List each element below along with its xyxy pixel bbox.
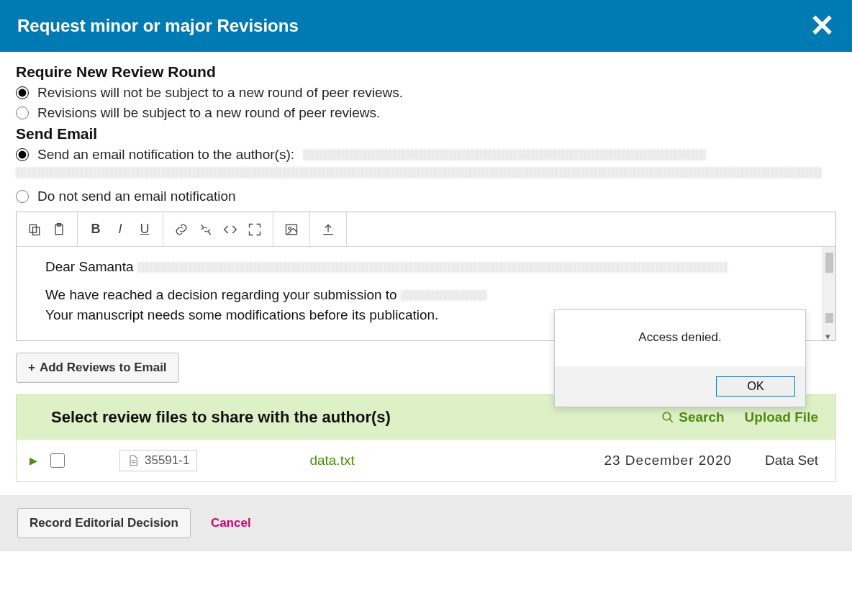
copy-icon[interactable] [22,217,47,242]
svg-line-5 [208,232,210,234]
radio-new-round-label: Revisions will be subject to a new round… [37,105,380,121]
svg-point-7 [289,227,291,229]
upload-file-link[interactable]: Upload File [745,409,818,425]
underline-icon[interactable]: U [132,217,157,242]
file-row: ▶ 35591-1 data.txt 23 December 2020 Data… [17,440,835,481]
expand-icon[interactable]: ▶ [30,455,37,466]
file-id: 35591-1 [145,453,189,468]
fullscreen-icon[interactable] [243,217,267,242]
radio-new-round-input[interactable] [16,107,29,119]
file-type: Data Set [765,453,818,468]
editor-scrollbar[interactable] [822,247,835,340]
upload-icon[interactable] [316,217,340,242]
file-name-link[interactable]: data.txt [309,453,354,468]
unlink-icon[interactable] [194,217,218,242]
image-icon[interactable] [279,217,304,242]
close-icon[interactable]: ✕ [810,11,835,41]
send-email-heading: Send Email [16,125,836,142]
editor-toolbar: B I U [17,212,835,247]
svg-line-4 [201,225,203,227]
file-checkbox[interactable] [50,453,65,468]
cancel-button[interactable]: Cancel [211,516,251,530]
record-decision-button[interactable]: Record Editorial Decision [17,508,191,538]
radio-no-new-round[interactable]: Revisions will not be subject to a new r… [16,85,836,101]
radio-no-email-input[interactable] [16,190,29,203]
dialog-footer: Record Editorial Decision Cancel [0,495,852,551]
editor-greeting: Dear Samanta [45,259,137,274]
bold-icon[interactable]: B [83,217,108,242]
code-icon[interactable] [218,217,243,242]
paste-icon[interactable] [47,217,71,242]
svg-point-10 [663,412,671,420]
plus-icon: + [28,361,35,375]
radio-send-email[interactable]: Send an email notification to the author… [16,147,836,163]
upload-file-label: Upload File [745,409,818,425]
cancel-label: Cancel [211,516,251,530]
review-round-heading: Require New Review Round [16,63,836,81]
redacted-name [137,262,728,273]
add-reviews-button[interactable]: + Add Reviews to Email [16,353,179,383]
search-files-label: Search [679,409,724,425]
dialog-header: Request minor or major Revisions ✕ [0,0,852,52]
redacted-journal [401,290,487,301]
review-files-panel: Select review files to share with the au… [16,394,836,482]
document-icon [127,454,139,467]
alert-message: Access denied. [555,310,805,366]
link-icon[interactable] [169,217,194,242]
dialog-body: Require New Review Round Revisions will … [0,52,852,341]
record-decision-label: Record Editorial Decision [30,516,178,530]
radio-no-email[interactable]: Do not send an email notification [16,189,836,204]
redacted-line [16,167,822,178]
editor-line1: We have reached a decision regarding you… [45,287,401,302]
radio-no-new-round-label: Revisions will not be subject to a new r… [37,85,403,101]
radio-no-email-label: Do not send an email notification [37,189,236,204]
radio-send-email-label: Send an email notification to the author… [37,147,294,163]
italic-icon[interactable]: I [108,217,132,242]
review-files-heading: Select review files to share with the au… [51,408,391,427]
radio-no-new-round-input[interactable] [16,86,29,99]
radio-new-round[interactable]: Revisions will be subject to a new round… [16,105,836,121]
svg-line-11 [669,419,673,422]
search-icon [661,411,674,424]
search-files-link[interactable]: Search [661,409,724,425]
alert-ok-button[interactable]: OK [716,376,795,397]
file-id-badge: 35591-1 [119,450,197,471]
alert-popup: Access denied. OK [554,309,806,407]
dialog-title: Request minor or major Revisions [17,16,299,36]
file-date: 23 December 2020 [604,453,732,468]
redacted-recipients [303,149,706,160]
radio-send-email-input[interactable] [16,148,29,161]
add-reviews-label: Add Reviews to Email [40,361,167,375]
